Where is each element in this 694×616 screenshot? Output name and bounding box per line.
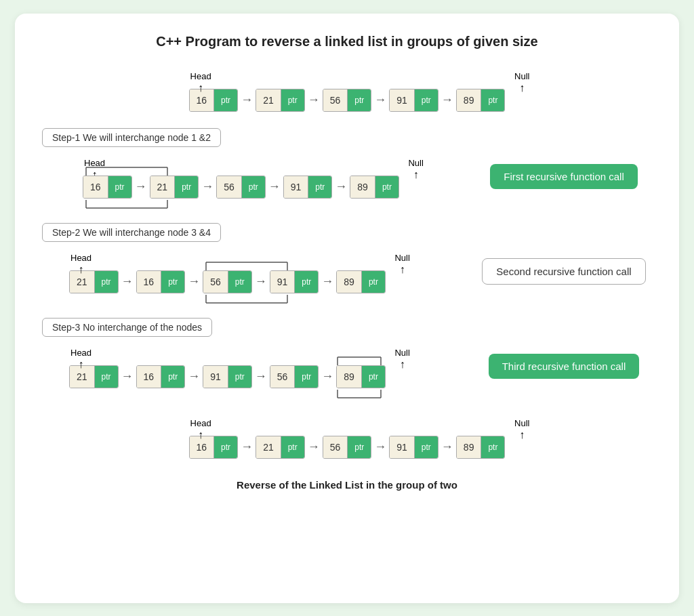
step2-swap-svg-bottom (203, 293, 291, 304)
arrow-1: → (308, 93, 320, 107)
main-card: C++ Program to reverse a linked list in … (15, 14, 679, 603)
step2-diagram: Head ↑ 21ptr → 16ptr → (42, 250, 476, 293)
node-3: 91ptr (389, 89, 438, 112)
final-list: Head ↑ 16ptr → 21ptr → 56ptr → 91ptr → 8… (189, 436, 506, 459)
step1-swap-svg-bottom (83, 199, 171, 209)
step3-swap-container: 89ptr (336, 365, 386, 388)
step3-swap-svg-bottom (335, 388, 384, 399)
step3-recursive-box-wrap: Third recursive function call (476, 354, 652, 379)
step2-node-4: 89ptr (336, 270, 386, 293)
step1-null: Null (408, 158, 423, 168)
final-node-1: 21ptr (256, 436, 305, 459)
final-null: Null (514, 418, 529, 428)
step1-recursive-box: First recursive function call (490, 164, 638, 189)
step3-diagram: Head ↑ 21ptr → 16ptr → 91ptr → 56ptr → (42, 345, 476, 388)
step1-node-3: 91ptr (283, 176, 333, 199)
step1-diagram-row: Head ↑ (42, 155, 652, 199)
step3-node-3: 56ptr (270, 365, 319, 388)
arrow-3: → (441, 93, 453, 107)
step1-diagram: Head ↑ (42, 155, 476, 199)
step3-recursive-box: Third recursive function call (489, 354, 640, 379)
step2-section: Step-2 We will interchange node 3 &4 Hea… (42, 223, 652, 293)
step2-recursive-box: Second recursive function call (482, 258, 645, 285)
step1-node-0: 16ptr (83, 176, 132, 199)
step3-head: Head (70, 348, 91, 358)
step1-section: Step-1 We will interchange node 1 &2 Hea… (42, 128, 652, 199)
step2-label: Step-2 We will interchange node 3 &4 (42, 223, 221, 242)
step2-swap-container: 56ptr → 91ptr (203, 270, 319, 293)
step3-node-1: 16ptr (136, 365, 186, 388)
step3-node-4: 89ptr (336, 365, 386, 388)
initial-head-label: Head (190, 71, 211, 81)
step1-node-2: 56ptr (216, 176, 266, 199)
step3-node-2: 91ptr (203, 365, 252, 388)
step1-label: Step-1 We will interchange node 1 &2 (42, 128, 221, 147)
step2-head: Head (70, 253, 91, 263)
step1-node-4: 89ptr (350, 176, 399, 199)
arrow-2: → (374, 93, 386, 107)
final-node-2: 56ptr (323, 436, 372, 459)
step2-recursive-box-wrap: Second recursive function call (476, 258, 652, 285)
step2-diagram-row: Head ↑ 21ptr → 16ptr → (42, 250, 652, 293)
step1-recursive-box-wrap: First recursive function call (476, 164, 652, 189)
final-node-4: 89ptr (456, 436, 506, 459)
step2-swap-svg-top (203, 261, 291, 272)
step3-null: Null (394, 348, 409, 358)
step3-diagram-row: Head ↑ 21ptr → 16ptr → 91ptr → 56ptr → (42, 345, 652, 388)
page-title: C++ Program to reverse a linked list in … (42, 34, 652, 49)
node-4: 89ptr (456, 89, 506, 112)
step2-node-3: 91ptr (270, 270, 319, 293)
arrow-0: → (241, 93, 253, 107)
node-2: 56ptr (323, 89, 372, 112)
step3-section: Step-3 No interchange of the nodes Head … (42, 318, 652, 388)
bottom-caption: Reverse of the Linked List in the group … (42, 479, 652, 491)
step2-node-2: 56ptr (203, 270, 252, 293)
initial-list: Head ↑ 16ptr → 21ptr → 56ptr → 91ptr → 8… (189, 89, 506, 112)
initial-null-label: Null (514, 71, 529, 81)
step3-swap-svg-top (335, 356, 384, 367)
step2-node-1: 16ptr (136, 270, 186, 293)
initial-null-wrap: Null ↑ (514, 70, 529, 94)
step1-node-1: 21ptr (150, 176, 199, 199)
final-list-section: Head ↑ 16ptr → 21ptr → 56ptr → 91ptr → 8… (42, 415, 652, 459)
initial-head-wrap: Head ↑ (190, 70, 211, 94)
final-head: Head (190, 418, 211, 428)
node-1: 21ptr (256, 89, 305, 112)
step3-label: Step-3 No interchange of the nodes (42, 318, 212, 337)
step1-swap-container: 16ptr → 21ptr (83, 176, 199, 199)
step2-null: Null (394, 253, 409, 263)
final-node-3: 91ptr (389, 436, 438, 459)
step1-swap-svg (83, 166, 171, 177)
